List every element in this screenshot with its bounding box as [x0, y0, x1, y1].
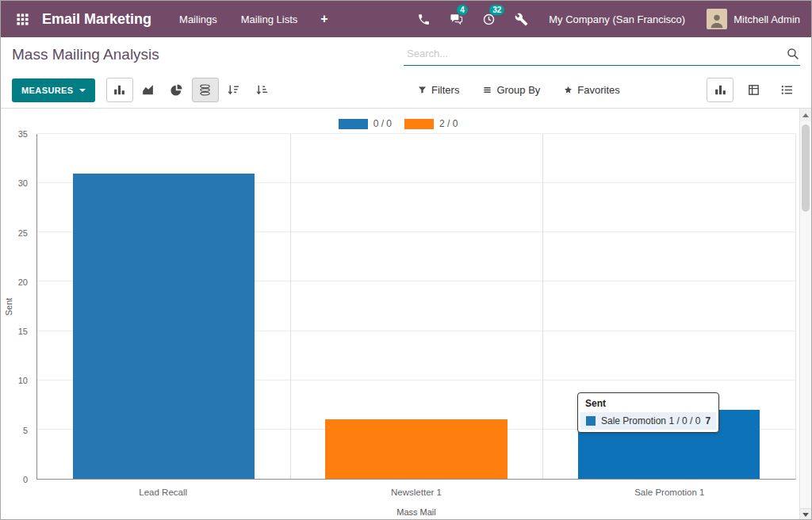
y-tick-label: 5: [23, 426, 28, 435]
x-tick-label: Sale Promotion 1: [543, 488, 796, 497]
list-view-button[interactable]: [773, 78, 800, 102]
tooltip-value: 7: [705, 415, 710, 426]
grid-icon: [16, 13, 29, 26]
legend-item[interactable]: 0 / 0: [339, 118, 392, 129]
favorites-button[interactable]: Favorites: [564, 84, 619, 96]
voip-phone-icon[interactable]: [416, 11, 431, 27]
scroll-down-button[interactable]: [800, 508, 811, 520]
menu-mailings[interactable]: Mailings: [167, 3, 229, 36]
h-gridline: [37, 133, 795, 134]
control-panel-bottom: MEASURES: [1, 72, 811, 109]
menu-mailing-lists[interactable]: Mailing Lists: [229, 3, 310, 36]
x-tick-label: Lead Recall: [36, 488, 289, 497]
y-tick-label: 25: [18, 228, 28, 238]
chart-tooltip: Sent Sale Promotion 1 / 0 / 0 7: [577, 392, 719, 433]
sort-ascending-button[interactable]: [249, 78, 276, 102]
sort-descending-button[interactable]: [220, 78, 247, 102]
graph-view-icon: [714, 83, 727, 97]
y-axis-ticks: 05101520253035: [1, 134, 33, 480]
search-input[interactable]: [404, 44, 786, 63]
tooltip-label: Sale Promotion 1 / 0 / 0: [601, 415, 700, 426]
apps-menu-icon[interactable]: [10, 7, 34, 31]
activities-badge: 32: [489, 5, 504, 15]
legend-label: 0 / 0: [373, 118, 392, 129]
sort-ascending-icon: [255, 83, 269, 97]
scroll-up-icon: [802, 113, 809, 117]
funnel-icon: [418, 86, 427, 94]
stacked-toggle-button[interactable]: [192, 78, 219, 102]
pivot-view-icon: [747, 83, 760, 97]
breadcrumb: Mass Mailing Analysis: [12, 46, 159, 63]
y-tick-label: 0: [23, 475, 28, 484]
legend-swatch: [404, 119, 434, 129]
pie-chart-button[interactable]: [163, 78, 190, 102]
group-by-label: Group By: [496, 84, 540, 96]
messages-icon[interactable]: 4: [448, 11, 464, 27]
star-icon: [564, 86, 573, 94]
person-icon: [708, 12, 726, 29]
search-options: Filters Group By Favorites: [418, 84, 620, 96]
measures-button[interactable]: MEASURES: [12, 78, 95, 102]
group-by-icon: [483, 86, 492, 94]
bar-chart-button[interactable]: [106, 78, 133, 102]
y-tick-label: 15: [18, 327, 28, 336]
scrollbar-thumb[interactable]: [802, 124, 810, 212]
graph-view-button[interactable]: [707, 78, 733, 102]
search-icon[interactable]: [786, 47, 800, 61]
top-navbar: Email Marketing Mailings Mailing Lists +…: [1, 1, 811, 37]
caret-down-icon: [79, 89, 86, 92]
app-title[interactable]: Email Marketing: [42, 11, 151, 28]
odoo-window: Email Marketing Mailings Mailing Lists +…: [0, 0, 812, 520]
y-tick-label: 20: [18, 277, 28, 287]
v-gridline: [290, 134, 291, 479]
x-tick-label: Newsletter 1: [289, 488, 542, 497]
bar-lead-recall[interactable]: [73, 174, 255, 479]
view-switcher: [707, 78, 800, 102]
debug-wrench-icon[interactable]: [513, 11, 529, 27]
search-view: [404, 44, 800, 66]
sort-descending-icon: [227, 83, 240, 97]
y-tick-label: 35: [18, 129, 28, 139]
tooltip-row: Sale Promotion 1 / 0 / 0 7: [580, 412, 716, 430]
bar-chart-icon: [113, 83, 126, 97]
group-by-button[interactable]: Group By: [483, 84, 540, 96]
legend-item[interactable]: 2 / 0: [404, 118, 458, 129]
filters-button[interactable]: Filters: [418, 84, 459, 96]
tooltip-swatch: [586, 416, 596, 426]
graph-view: 0 / 02 / 0 Sent 05101520253035 Lead Reca…: [1, 109, 811, 520]
company-switcher[interactable]: My Company (San Francisco): [549, 13, 685, 25]
legend-swatch: [339, 119, 368, 129]
systray: 4 32 My Company (San Francisco) Mitchell…: [416, 9, 800, 29]
user-name: Mitchell Admin: [733, 13, 800, 25]
stacked-icon: [198, 83, 212, 97]
x-axis-labels: Lead RecallNewsletter 1Sale Promotion 1: [36, 488, 796, 497]
vertical-scrollbar[interactable]: [799, 109, 811, 520]
y-tick-label: 30: [18, 178, 28, 188]
plus-icon[interactable]: +: [309, 4, 339, 34]
x-axis-title: Mass Mail: [36, 507, 796, 517]
v-gridline: [542, 134, 543, 479]
chart-type-buttons: [106, 78, 276, 102]
favorites-label: Favorites: [577, 84, 619, 96]
line-chart-button[interactable]: [135, 78, 162, 102]
area-chart-icon: [141, 83, 155, 97]
filters-label: Filters: [431, 84, 459, 96]
pivot-view-button[interactable]: [740, 78, 767, 102]
chart-legend: 0 / 02 / 0: [1, 118, 795, 129]
y-tick-label: 10: [18, 376, 28, 385]
list-view-icon: [780, 83, 794, 97]
scroll-up-button[interactable]: [800, 109, 811, 121]
user-menu[interactable]: Mitchell Admin: [707, 9, 800, 29]
bar-newsletter-1[interactable]: [325, 419, 507, 479]
legend-label: 2 / 0: [439, 118, 458, 129]
control-panel-top: Mass Mailing Analysis: [1, 37, 811, 72]
activities-clock-icon[interactable]: 32: [481, 11, 496, 27]
tooltip-title: Sent: [580, 396, 716, 412]
scroll-down-icon: [802, 513, 809, 517]
messages-badge: 4: [457, 5, 468, 15]
measures-label: MEASURES: [21, 86, 74, 95]
pie-chart-icon: [170, 83, 183, 97]
avatar: [707, 9, 727, 29]
